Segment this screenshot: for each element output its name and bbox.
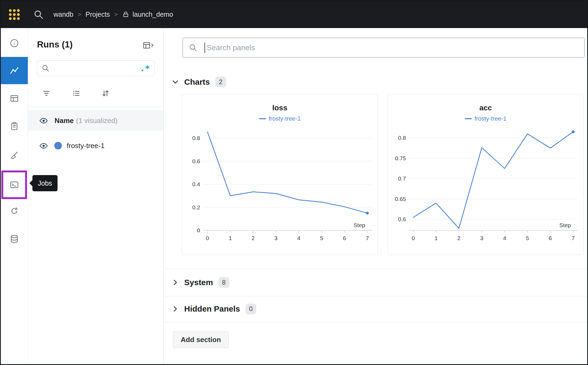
section-divider xyxy=(164,269,587,269)
chart-title: acc xyxy=(388,104,583,113)
runs-table-icon[interactable] xyxy=(8,92,21,105)
svg-text:0.65: 0.65 xyxy=(395,196,406,202)
sweeps-broom-icon[interactable] xyxy=(8,149,21,162)
chevron-right-icon[interactable] xyxy=(172,279,179,286)
runs-panel: Runs (1) .* xyxy=(28,28,164,364)
runs-visualized-count: (1 visualized) xyxy=(76,117,117,125)
line-chart: 00.20.40.60.801234567Step xyxy=(185,126,374,242)
runs-divider xyxy=(28,107,163,107)
section-label: Hidden Panels xyxy=(184,304,240,313)
lock-icon xyxy=(122,11,129,18)
group-list-icon[interactable] xyxy=(70,87,82,99)
charts-grid: loss frosty-tree-1 00.20.40.60.801234567… xyxy=(182,94,584,255)
svg-text:Step: Step xyxy=(559,222,571,228)
legend-run-name: frosty-tree-1 xyxy=(475,115,507,122)
wandb-logo-icon[interactable] xyxy=(8,8,21,21)
breadcrumb-projects[interactable]: Projects xyxy=(86,11,110,18)
svg-text:0: 0 xyxy=(412,235,415,241)
panel-search-box xyxy=(183,38,584,57)
svg-text:1: 1 xyxy=(435,235,438,241)
automations-loop-icon[interactable] xyxy=(8,204,21,217)
logs-clipboard-icon[interactable] xyxy=(8,120,21,133)
add-section-button[interactable]: Add section xyxy=(173,331,229,348)
search-icon xyxy=(42,64,50,72)
app-window: wandb > Projects > launch_demo i xyxy=(0,0,588,365)
svg-text:5: 5 xyxy=(320,235,323,241)
runs-panel-title: Runs (1) xyxy=(37,39,73,50)
breadcrumb: wandb > Projects > launch_demo xyxy=(53,11,173,18)
chevron-right-icon[interactable] xyxy=(172,305,179,312)
breadcrumb-separator: > xyxy=(78,11,81,18)
svg-text:2: 2 xyxy=(251,235,255,241)
eye-visibility-icon[interactable] xyxy=(39,142,48,150)
svg-text:6: 6 xyxy=(343,235,346,241)
svg-text:1: 1 xyxy=(229,235,232,241)
svg-text:0.7: 0.7 xyxy=(398,175,406,182)
svg-text:0.6: 0.6 xyxy=(192,158,200,164)
chart-legend: frosty-tree-1 xyxy=(182,115,378,122)
svg-text:0: 0 xyxy=(206,235,209,241)
svg-text:0.4: 0.4 xyxy=(192,181,200,187)
run-row[interactable]: frosty-tree-1 xyxy=(28,136,163,155)
global-search-icon[interactable] xyxy=(33,9,44,20)
section-count-badge: 8 xyxy=(219,277,229,288)
sort-icon[interactable] xyxy=(99,87,111,99)
svg-text:5: 5 xyxy=(526,235,529,241)
section-header-hidden-panels[interactable]: Hidden Panels 0 xyxy=(172,302,256,316)
run-color-dot xyxy=(54,142,62,149)
jobs-tooltip-label: Jobs xyxy=(38,179,52,187)
jobs-terminal-icon[interactable] xyxy=(1,170,27,199)
svg-text:3: 3 xyxy=(480,235,483,241)
overview-info-icon[interactable]: i xyxy=(8,37,21,50)
breadcrumb-org[interactable]: wandb xyxy=(53,11,73,18)
section-label: System xyxy=(184,278,213,287)
section-count-badge: 0 xyxy=(246,303,256,314)
eye-visibility-icon[interactable] xyxy=(39,117,48,125)
run-name[interactable]: frosty-tree-1 xyxy=(67,142,105,150)
runs-column-name: Name xyxy=(55,117,74,125)
svg-text:6: 6 xyxy=(549,235,552,241)
artifacts-database-icon[interactable] xyxy=(8,233,21,245)
svg-text:2: 2 xyxy=(457,235,461,241)
svg-text:7: 7 xyxy=(366,235,369,241)
svg-text:4: 4 xyxy=(503,235,506,241)
regex-toggle[interactable]: .* xyxy=(140,63,150,73)
section-count-badge: 2 xyxy=(215,77,226,87)
runs-search-input[interactable] xyxy=(50,64,140,73)
bottom-hairline xyxy=(1,364,587,364)
section-label: Charts xyxy=(184,77,210,87)
filter-icon[interactable] xyxy=(41,87,52,99)
line-chart: 0.60.650.70.750.801234567Step xyxy=(391,126,580,242)
jobs-tooltip: Jobs xyxy=(32,175,58,191)
section-header-system[interactable]: System 8 xyxy=(172,275,229,290)
workspace-main: Charts 2 loss frosty-tree-1 00.20.40.60.… xyxy=(164,28,587,364)
panel-card-loss[interactable]: loss frosty-tree-1 00.20.40.60.801234567… xyxy=(182,94,378,255)
section-divider xyxy=(164,296,587,296)
search-icon xyxy=(189,43,197,52)
svg-text:3: 3 xyxy=(274,235,278,241)
svg-text:0.8: 0.8 xyxy=(192,135,200,141)
legend-swatch xyxy=(259,118,266,119)
panel-search-input[interactable] xyxy=(205,43,578,52)
expand-table-icon[interactable] xyxy=(143,40,154,50)
top-navbar: wandb > Projects > launch_demo xyxy=(1,1,587,28)
breadcrumb-project-name[interactable]: launch_demo xyxy=(133,11,173,18)
runs-search-box: .* xyxy=(37,60,154,76)
svg-text:7: 7 xyxy=(572,235,575,241)
svg-text:0: 0 xyxy=(197,227,200,233)
svg-text:0.2: 0.2 xyxy=(192,204,200,210)
svg-text:0.75: 0.75 xyxy=(395,155,406,161)
chevron-down-icon[interactable] xyxy=(172,79,179,86)
svg-text:Step: Step xyxy=(354,222,365,228)
svg-text:4: 4 xyxy=(297,235,300,241)
svg-text:0.6: 0.6 xyxy=(398,216,406,222)
runs-header-row[interactable]: Name (1 visualized) xyxy=(28,110,163,131)
runs-toolbar xyxy=(28,85,163,100)
chart-legend: frosty-tree-1 xyxy=(388,115,583,122)
section-divider xyxy=(164,322,587,322)
panel-card-acc[interactable]: acc frosty-tree-1 0.60.650.70.750.801234… xyxy=(388,94,584,255)
left-nav-rail: i xyxy=(1,28,28,364)
chart-title: loss xyxy=(182,104,378,113)
section-header-charts[interactable]: Charts 2 xyxy=(172,75,226,89)
workspace-chart-icon[interactable] xyxy=(1,57,28,84)
